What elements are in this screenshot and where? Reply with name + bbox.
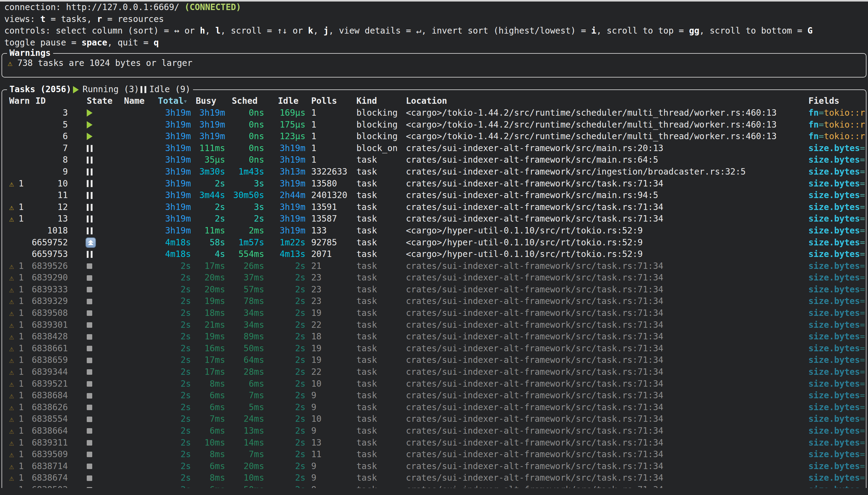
task-kind: task (351, 295, 399, 307)
column-header-warn[interactable]: Warn (9, 95, 31, 107)
column-header-fields[interactable]: Fields (808, 95, 866, 107)
state-cell (68, 169, 105, 175)
table-row[interactable]: ⚠168386592s17ms64ms2s19taskcrates/sui-in… (2, 354, 866, 366)
table-row[interactable]: ⚠168395082s18ms34ms2s19taskcrates/sui-in… (2, 307, 866, 319)
table-row[interactable]: ⚠168386262s6ms5ms2s9taskcrates/sui-index… (2, 402, 866, 413)
table-row[interactable]: ⚠168387142s6ms20ms2s9taskcrates/sui-inde… (2, 461, 866, 473)
field-equals: = (860, 426, 865, 436)
polls-count: 13591 (305, 201, 351, 213)
idle-value: 2s (295, 473, 305, 483)
field-equals: = (860, 355, 865, 365)
table-row[interactable]: ⚠168384282s19ms89ms2s18taskcrates/sui-in… (2, 331, 866, 343)
busy-value: 6ms (210, 390, 225, 400)
table-row[interactable]: ⚠1123h19m2s3s3h19m13591taskcrates/sui-in… (2, 201, 866, 213)
task-location: crates/sui-indexer-alt-framework/src/tas… (399, 213, 808, 225)
stopped-icon (87, 416, 92, 422)
field-equals: = (819, 108, 824, 118)
table-row[interactable]: ⚠168393332s20ms57ms2s23taskcrates/sui-in… (2, 284, 866, 296)
idle-duration: 3h19m (264, 154, 305, 166)
field-key: size.bytes (808, 190, 860, 200)
table-row[interactable]: ⚠168395212s8ms6ms2s10taskcrates/sui-inde… (2, 378, 866, 390)
busy-duration: 16ms (191, 343, 225, 355)
task-kind: task (351, 319, 399, 331)
table-row[interactable]: ⚠168393292s19ms78ms2s23taskcrates/sui-in… (2, 295, 866, 307)
table-row[interactable]: ⚠168386612s16ms50ms2s19taskcrates/sui-in… (2, 343, 866, 355)
table-row[interactable]: 33h19m3h19m0ns169µs1blocking<cargo>/toki… (2, 107, 866, 119)
total-duration: 4m18s (152, 237, 191, 249)
warn-count: 1 (19, 449, 24, 461)
task-id: 6838502 (31, 484, 68, 488)
column-header-location[interactable]: Location (399, 95, 808, 107)
warn-count: 1 (19, 295, 24, 307)
column-header-name[interactable]: Name (105, 95, 152, 107)
sched-value: 50ms (244, 343, 264, 353)
table-row[interactable]: 83h19m35µs0ns3h19m1taskcrates/sui-indexe… (2, 154, 866, 166)
table-row[interactable]: 93h19m3m30s1m43s3h13m3322633taskcrates/s… (2, 166, 866, 178)
warn-cell: ⚠1 (9, 272, 31, 284)
busy-duration: 19ms (191, 331, 225, 343)
field-key: size.bytes (808, 320, 860, 330)
table-row[interactable]: ⚠168393442s17ms28ms2s22taskcrates/sui-in… (2, 366, 866, 378)
table-row[interactable]: 53h19m3h19m0ns175µs1blocking<cargo>/toki… (2, 119, 866, 131)
sched-duration: 1m57s (225, 237, 264, 249)
table-row[interactable]: 73h19m111ms0ns3h19m1block_oncrates/sui-i… (2, 142, 866, 154)
column-header-kind[interactable]: Kind (351, 95, 399, 107)
idle-duration: 3h19m (264, 213, 305, 225)
table-row[interactable]: ⚠1103h19m2s3s3h19m13580taskcrates/sui-in… (2, 178, 866, 190)
table-row[interactable]: ⚠168386642s6ms13ms2s9taskcrates/sui-inde… (2, 425, 866, 437)
idle-duration: 2s (264, 378, 305, 390)
table-row[interactable]: ⚠168393012s21ms34ms2s22taskcrates/sui-in… (2, 319, 866, 331)
column-header-sched[interactable]: Sched (225, 95, 264, 107)
table-row[interactable]: ⚠168386842s6ms7ms2s9taskcrates/sui-index… (2, 390, 866, 402)
column-header-state[interactable]: State (68, 95, 105, 107)
total-value: 2s (181, 320, 191, 330)
column-header-busy[interactable]: Busy (191, 95, 225, 107)
running-icon (73, 86, 79, 93)
tasks-panel: Tasks (2056) Running (3) Idle (9) WarnID… (1, 89, 867, 488)
table-row[interactable]: ⚠168393112s10ms14ms2s13taskcrates/sui-in… (2, 437, 866, 449)
table-row[interactable]: 113h19m3m44s30m50s2h44m2401320taskcrates… (2, 189, 866, 201)
total-duration: 4m18s (152, 249, 191, 260)
total-duration: 2s (152, 437, 191, 449)
table-row[interactable]: 63h19m3h19m0ns123µs1blocking<cargo>/toki… (2, 131, 866, 142)
table-row[interactable]: 66597524m18s58s1m57s1m22s92785task<cargo… (2, 237, 866, 249)
table-row[interactable]: ⚠168386742s8ms10ms2s9taskcrates/sui-inde… (2, 472, 866, 484)
task-fields: size.bytes= (808, 413, 866, 425)
total-duration: 2s (152, 284, 191, 296)
busy-value: 3h19m (199, 131, 225, 141)
field-key: size.bytes (808, 308, 860, 318)
stopped-icon (87, 381, 92, 387)
sched-duration: 26ms (225, 260, 264, 272)
sched-value: 64ms (244, 355, 264, 365)
warn-cell: ⚠1 (9, 366, 31, 378)
total-duration: 2s (152, 449, 191, 461)
sched-value: 0ns (249, 108, 264, 118)
table-row[interactable]: ⚠1133h19m2s2s3h19m13587taskcrates/sui-in… (2, 213, 866, 225)
polls-count: 11 (305, 449, 351, 461)
task-id: 6839344 (31, 366, 68, 378)
task-kind: task (351, 154, 399, 166)
sched-duration: 50ms (225, 343, 264, 355)
total-value: 3h19m (165, 108, 191, 118)
column-header-id[interactable]: ID (31, 95, 68, 107)
field-equals: = (860, 237, 865, 248)
column-header-idle[interactable]: Idle (264, 95, 305, 107)
warning-icon: ⚠ (7, 57, 13, 69)
task-kind: task (351, 213, 399, 225)
idle-duration: 2s (264, 343, 305, 355)
table-row[interactable]: ⚠168395092s8ms7ms2s11taskcrates/sui-inde… (2, 449, 866, 461)
table-row[interactable]: 66597534m18s4s554ms4m13s2071task<cargo>/… (2, 249, 866, 260)
table-row[interactable]: ⚠168385022s6ms50ms2s8taskcrates/sui-inde… (2, 484, 866, 488)
stopped-icon (87, 464, 92, 469)
column-header-total[interactable]: Total▿ (152, 95, 191, 107)
field-key: size.bytes (808, 402, 860, 412)
state-cell (68, 310, 105, 316)
column-header-polls[interactable]: Polls (305, 95, 351, 107)
table-row[interactable]: ⚠168392902s20ms37ms2s23taskcrates/sui-in… (2, 272, 866, 284)
table-row[interactable]: ⚠168385542s7ms24ms2s10taskcrates/sui-ind… (2, 413, 866, 425)
idle-duration: 2s (264, 319, 305, 331)
task-location: crates/sui-indexer-alt-framework/src/mai… (399, 189, 808, 201)
polls-count: 2401320 (305, 189, 351, 201)
table-row[interactable]: ⚠168395262s17ms26ms2s21taskcrates/sui-in… (2, 260, 866, 272)
table-row[interactable]: 10183h19m11ms2ms3h19m133task<cargo>/hype… (2, 225, 866, 237)
